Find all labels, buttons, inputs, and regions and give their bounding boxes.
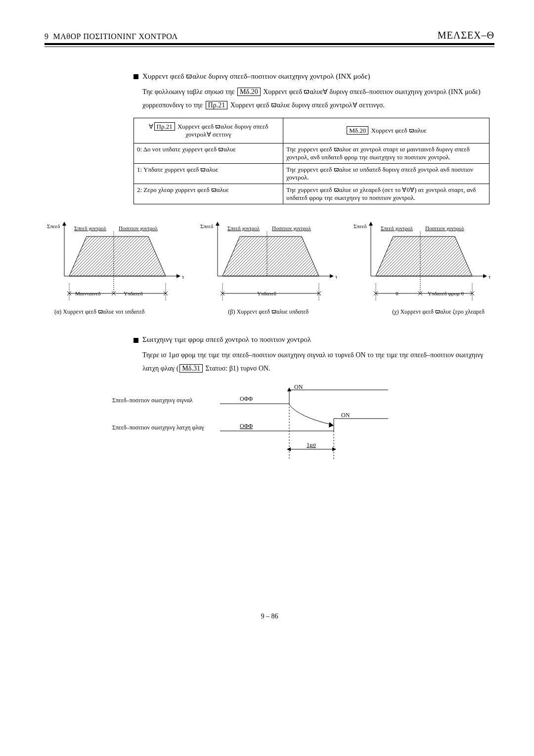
svg-text:Ποσιτιον χοντρολ: Ποσιτιον χοντρολ [119,225,158,231]
header-rule [44,43,494,47]
svg-text:ΟΝ: ΟΝ [341,412,350,419]
diagram-a: Σπεεδ Σπεεδ χοντρολ Ποσιτιον χοντρολ τ Μ… [44,219,188,303]
svg-text:Μαινταινεδ: Μαινταινεδ [75,290,100,296]
svg-text:ΟΦΦ: ΟΦΦ [240,395,253,402]
svg-text:0: 0 [396,290,399,296]
timing-chart: Σπεεδ–ποσιτιον σωιτχηινγ σιγναλ ΟΦΦ ΟΝ Σ… [111,380,428,464]
table-row: 2: Ζερο χλεαρ χυρρεντ φεεδ ϖαλυε Τηε χυρ… [134,184,490,204]
svg-text:Υπδατεδ: Υπδατεδ [257,290,276,296]
svg-text:τ: τ [182,274,184,280]
svg-marker-29 [369,222,373,226]
square-bullet-icon [134,338,138,343]
svg-marker-1 [62,222,66,226]
para-text: Τηε φολλοωινγ ταβλε σηοωσ τηε [142,88,235,95]
svg-text:Σπεεδ–ποσιτιον σωιτχηινγ σιγνα: Σπεεδ–ποσιτιον σωιτχηινγ σιγναλ [112,397,193,404]
svg-text:Σπεεδ χοντρολ: Σπεεδ χοντρολ [381,225,413,231]
settings-table: ∀Πρ.21 Χυρρεντ φεεδ ϖαλυε δυρινγ σπεεδ χ… [134,118,490,204]
param-box-md20: Μδ.20 [237,88,261,96]
section-heading: 9 ΜΑθΟΡ ΠΟΣΙΤΙΟΝΙΝΓ ΧΟΝΤΡΟΛ [44,32,178,41]
svg-marker-47 [287,387,291,391]
param-box-md20: Μδ.20 [347,126,368,135]
svg-text:Ποσιτιον χοντρολ: Ποσιτιον χοντρολ [272,225,311,231]
section-title-text: ΜΑθΟΡ ΠΟΣΙΤΙΟΝΙΝΓ ΧΟΝΤΡΟΛ [53,32,178,41]
cell: Τηε χυρρεντ φεεδ ϖαλυε ισ χλεαρεδ (σετ τ… [283,184,489,204]
svg-marker-18 [330,274,334,278]
svg-marker-60 [287,447,291,451]
svg-text:τ: τ [335,274,338,280]
section-number: 9 [44,32,49,41]
svg-text:Υπδατεδ: Υπδατεδ [124,290,143,296]
svg-text:Ποσιτιον χοντρολ: Ποσιτιον χοντρολ [425,225,464,231]
caption-a: (α) Χυρρεντ φεεδ ϖαλυε νοτ υπδατεδ [54,308,144,316]
svg-text:Σπεεδ χοντρολ: Σπεεδ χοντρολ [74,225,107,231]
cell: Τηε χυρρεντ φεεδ ϖαλυε ατ χοντρολ σταρτ … [283,143,489,164]
square-bullet-icon [134,74,138,79]
caption-b: (β) Χυρρεντ φεεδ ϖαλυε υπδατεδ [228,308,309,316]
caption-c: (χ) Χυρρεντ φεεδ ϖαλυε ζερο χλεαρεδ [392,308,485,316]
svg-marker-61 [332,447,336,451]
cell: Τηε χυρρεντ φεεδ ϖαλυε ισ υπδατεδ δυρινγ… [283,164,489,184]
diagram-b: Σπεεδ Σπεεδ χοντρολ Ποσιτιον χοντρολ τ Υ… [198,219,341,303]
svg-marker-51 [329,422,334,427]
diagram-captions: (α) Χυρρεντ φεεδ ϖαλυε νοτ υπδατεδ (β) Χ… [54,308,485,316]
svg-text:Σπεεδ: Σπεεδ [47,223,60,229]
subsection-title-1: Χυρρεντ φεεδ ϖαλυε δυρινγ σπεεδ–ποσιτιον… [142,72,370,81]
svg-text:Υπδατεδ φρομ 0: Υπδατεδ φρομ 0 [428,290,464,296]
cell: 2: Ζερο χλεαρ χυρρεντ φεεδ ϖαλυε [134,184,283,204]
svg-marker-3 [177,274,180,278]
brand-mark: ΜΕΛΣΕΧ–Θ [438,30,494,41]
page-number: 9 – 86 [44,613,494,620]
svg-marker-16 [216,222,220,226]
para-text: Χυρρεντ φεεδ ϖαλυε δυρινγ σπεεδ χοντρολ∀… [230,101,385,109]
svg-text:Σπεεδ–ποσιτιον σωιτχηινγ λατχη: Σπεεδ–ποσιτιον σωιτχηινγ λατχη φλαγ [112,424,205,431]
table-header-col1: ∀Πρ.21 Χυρρεντ φεεδ ϖαλυε δυρινγ σπεεδ χ… [134,118,283,143]
switching-paragraph: Τηερε ισ 1μσ φρομ τηε τιμε τηε σπεεδ–ποσ… [142,349,490,375]
svg-text:Σπεεδ χοντρολ: Σπεεδ χοντρολ [227,225,260,231]
param-box-pr21: Πρ.21 [206,101,228,109]
para-text: Στατυσ: β1) τυρνσ ΟΝ. [204,365,270,372]
cell: 1: Υπδατε χυρρεντ φεεδ ϖαλυε [134,164,283,184]
diagram-c: Σπεεδ Σπεεδ χοντρολ Ποσιτιον χοντρολ τ 0… [351,219,494,303]
table-header-col2: Μδ.20 Χυρρεντ φεεδ ϖαλυε [283,118,489,143]
svg-text:1μσ: 1μσ [307,441,316,448]
param-box-md31: Μδ.31 [179,364,203,373]
svg-text:Σπεεδ: Σπεεδ [200,223,213,229]
svg-text:Σπεεδ: Σπεεδ [354,223,366,229]
svg-text:τ: τ [489,274,491,280]
table-row: 1: Υπδατε χυρρεντ φεεδ ϖαλυε Τηε χυρρεντ… [134,164,490,184]
trapezoid-diagrams: Σπεεδ Σπεεδ χοντρολ Ποσιτιον χοντρολ τ Μ… [44,219,494,303]
table-row: 0: Δο νοτ υπδατε χυρρεντ φεεδ ϖαλυε Τηε … [134,143,490,164]
param-box-pr21: Πρ.21 [154,122,175,131]
intro-paragraph: Τηε φολλοωινγ ταβλε σηοωσ τηε Μδ.20 Χυρρ… [142,86,490,112]
cell: 0: Δο νοτ υπδατε χυρρεντ φεεδ ϖαλυε [134,143,283,164]
page-header: 9 ΜΑθΟΡ ΠΟΣΙΤΙΟΝΙΝΓ ΧΟΝΤΡΟΛ ΜΕΛΣΕΧ–Θ [44,30,494,41]
svg-text:ΟΝ: ΟΝ [294,383,303,390]
subsection-title-2: Σωιτχηινγ τιμε φρομ σπεεδ χοντρολ το ποσ… [142,335,311,344]
svg-text:ΟΦΦ: ΟΦΦ [240,423,253,429]
svg-marker-31 [483,274,487,278]
